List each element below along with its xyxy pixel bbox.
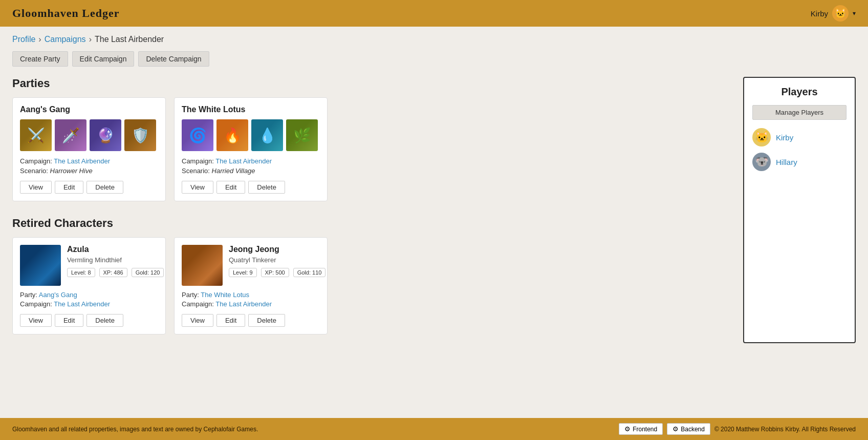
player-avatar: 🐱 — [752, 128, 771, 146]
player-avatar: 🐨 — [752, 153, 771, 171]
party-scenario-info: Scenario: Harrower Hive — [20, 167, 158, 175]
view-retired-button[interactable]: View — [182, 314, 213, 327]
manage-players-button[interactable]: Manage Players — [752, 105, 847, 120]
character-thumb: 🛡️ — [124, 119, 156, 151]
app-logo: Gloomhaven Ledger — [12, 7, 120, 20]
delete-campaign-button[interactable]: Delete Campaign — [138, 51, 209, 67]
toolbar: Create Party Edit Campaign Delete Campai… — [12, 51, 856, 67]
create-party-button[interactable]: Create Party — [12, 51, 68, 67]
retired-card-header: Azula Vermling Mindthief Level: 8 XP: 48… — [20, 245, 158, 286]
campaign-link[interactable]: The Last Airbender — [54, 157, 110, 165]
character-campaign: Campaign: The Last Airbender — [20, 300, 158, 308]
edit-party-button[interactable]: Edit — [216, 181, 245, 194]
delete-retired-button[interactable]: Delete — [248, 314, 285, 327]
view-party-button[interactable]: View — [20, 181, 52, 194]
character-thumb: 💧 — [251, 119, 283, 151]
party-name: The White Lotus — [182, 105, 320, 114]
party-campaign-info: Campaign: The Last Airbender — [20, 157, 158, 165]
edit-retired-button[interactable]: Edit — [216, 314, 245, 327]
footer-links: ⚙ Frontend ⚙ Backend © 2020 Matthew Robb… — [619, 423, 856, 435]
campaign-link[interactable]: The Last Airbender — [215, 157, 272, 165]
character-class: Vermling Mindthief — [67, 256, 164, 264]
delete-party-button[interactable]: Delete — [86, 181, 123, 194]
player-item: 🐱 Kirby — [752, 128, 847, 146]
character-image — [20, 245, 61, 286]
breadcrumb-sep-1: › — [38, 35, 41, 44]
character-campaign: Campaign: The Last Airbender — [182, 300, 320, 308]
players-title: Players — [752, 86, 847, 98]
delete-party-button[interactable]: Delete — [248, 181, 285, 194]
backend-label: Backend — [681, 426, 705, 433]
xp-badge: XP: 500 — [261, 268, 289, 277]
character-info: Azula Vermling Mindthief Level: 8 XP: 48… — [67, 245, 164, 286]
character-image — [182, 245, 223, 286]
campaign-link[interactable]: The Last Airbender — [54, 300, 110, 308]
parties-grid: Aang's Gang ⚔️ 🗡️ 🔮 🛡️ Campaign: The Las… — [12, 97, 731, 201]
footer-rights: © 2020 Matthew Robbins Kirby. All Rights… — [714, 426, 856, 433]
breadcrumb: Profile › Campaigns › The Last Airbender — [12, 35, 856, 44]
character-name: Azula — [67, 245, 164, 254]
campaign-link[interactable]: The Last Airbender — [215, 300, 272, 308]
dropdown-arrow-icon: ▾ — [853, 10, 856, 17]
character-party: Party: Aang's Gang — [20, 291, 158, 299]
gear-icon: ⚙ — [624, 425, 631, 433]
party-link[interactable]: The White Lotus — [201, 291, 249, 299]
retired-section-title: Retired Characters — [12, 217, 731, 230]
view-retired-button[interactable]: View — [20, 314, 52, 327]
user-avatar: 🐱 — [832, 5, 849, 22]
app-footer: Gloomhaven and all related properties, i… — [0, 418, 868, 440]
backend-button[interactable]: ⚙ Backend — [667, 423, 710, 435]
breadcrumb-sep-2: › — [89, 35, 92, 44]
retired-card-actions: View Edit Delete — [20, 314, 158, 327]
character-thumb: 🔥 — [216, 119, 248, 151]
level-badge: Level: 9 — [229, 268, 257, 277]
retired-card-actions: View Edit Delete — [182, 314, 320, 327]
character-info: Jeong Jeong Quatryl Tinkerer Level: 9 XP… — [229, 245, 326, 286]
character-class: Quatryl Tinkerer — [229, 256, 326, 264]
frontend-label: Frontend — [633, 426, 657, 433]
retired-character-card: Jeong Jeong Quatryl Tinkerer Level: 9 XP… — [174, 237, 328, 334]
character-thumb: ⚔️ — [20, 119, 52, 151]
character-thumb: 🌿 — [286, 119, 318, 151]
level-badge: Level: 8 — [67, 268, 95, 277]
user-name: Kirby — [811, 9, 828, 18]
party-scenario-info: Scenario: Harried Village — [182, 167, 320, 175]
party-name: Aang's Gang — [20, 105, 158, 114]
breadcrumb-profile[interactable]: Profile — [12, 35, 35, 44]
xp-badge: XP: 486 — [99, 268, 127, 277]
party-campaign-info: Campaign: The Last Airbender — [182, 157, 320, 165]
character-stats: Level: 8 XP: 486 Gold: 120 — [67, 268, 164, 277]
user-menu[interactable]: Kirby 🐱 ▾ — [811, 5, 856, 22]
party-characters: 🌀 🔥 💧 🌿 — [182, 119, 320, 151]
edit-campaign-button[interactable]: Edit Campaign — [72, 51, 135, 67]
character-thumb: 🗡️ — [55, 119, 86, 151]
delete-retired-button[interactable]: Delete — [86, 314, 123, 327]
character-thumb: 🌀 — [182, 119, 213, 151]
parties-section-title: Parties — [12, 77, 731, 90]
breadcrumb-campaigns[interactable]: Campaigns — [45, 35, 86, 44]
retired-character-card: Azula Vermling Mindthief Level: 8 XP: 48… — [12, 237, 166, 334]
character-name: Jeong Jeong — [229, 245, 326, 254]
app-header: Gloomhaven Ledger Kirby 🐱 ▾ — [0, 0, 868, 27]
frontend-button[interactable]: ⚙ Frontend — [619, 423, 663, 435]
player-name-hillary[interactable]: Hillary — [776, 158, 797, 166]
edit-party-button[interactable]: Edit — [55, 181, 83, 194]
breadcrumb-current: The Last Airbender — [95, 35, 164, 44]
party-characters: ⚔️ 🗡️ 🔮 🛡️ — [20, 119, 158, 151]
player-item: 🐨 Hillary — [752, 153, 847, 171]
content-main: Parties Aang's Gang ⚔️ 🗡️ 🔮 🛡️ Campaign:… — [12, 77, 731, 410]
character-party: Party: The White Lotus — [182, 291, 320, 299]
party-link[interactable]: Aang's Gang — [39, 291, 77, 299]
players-sidebar: Players Manage Players 🐱 Kirby 🐨 Hillary — [743, 77, 856, 343]
character-thumb: 🔮 — [90, 119, 121, 151]
gear-icon: ⚙ — [672, 425, 679, 433]
edit-retired-button[interactable]: Edit — [55, 314, 83, 327]
gold-badge: Gold: 110 — [293, 268, 326, 277]
player-list: 🐱 Kirby 🐨 Hillary — [752, 128, 847, 171]
player-name-kirby[interactable]: Kirby — [776, 133, 793, 142]
retired-card-header: Jeong Jeong Quatryl Tinkerer Level: 9 XP… — [182, 245, 320, 286]
content-row: Parties Aang's Gang ⚔️ 🗡️ 🔮 🛡️ Campaign:… — [12, 77, 856, 410]
party-card: The White Lotus 🌀 🔥 💧 🌿 Campaign: The La… — [174, 97, 328, 201]
view-party-button[interactable]: View — [182, 181, 213, 194]
retired-grid: Azula Vermling Mindthief Level: 8 XP: 48… — [12, 237, 731, 334]
